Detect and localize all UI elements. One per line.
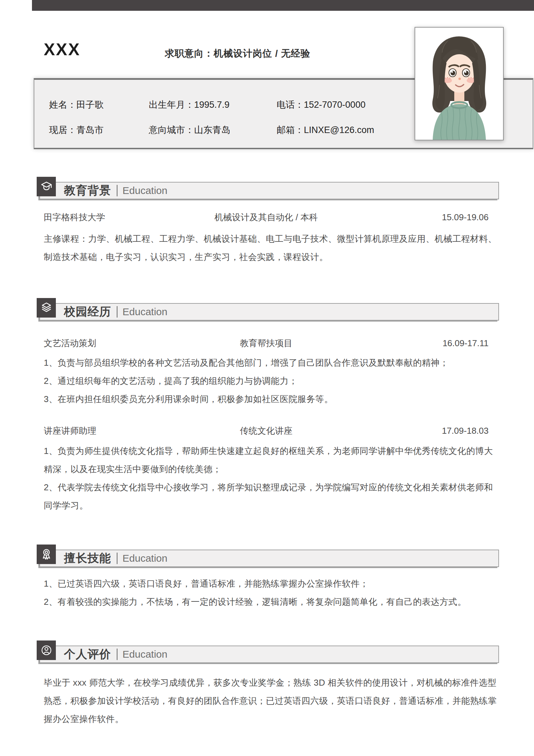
education-period: 15.09-19.06 — [354, 208, 489, 226]
section-header-campus: 校园经历Education — [37, 298, 499, 324]
section-subtitle: Education — [122, 185, 167, 196]
info-field-residence: 现居：青岛市 — [49, 124, 149, 136]
job-intent: 求职意向：机械设计岗位 / 无经验 — [165, 47, 310, 60]
top-accent-bar — [32, 0, 534, 11]
skill-line: 2、有着较强的实操能力，不怯场，有一定的设计经验，逻辑清晰，将复杂问题简单化，有… — [44, 593, 497, 611]
section-bar: 个人评价Education — [39, 646, 499, 663]
info-field-name: 姓名：田子歌 — [49, 99, 149, 111]
bullet-line: 1、负责为师生提供传统文化指导，帮助师生快速建立起良好的枢纽关系，为老师同学讲解… — [44, 442, 497, 478]
info-value: 152-7070-0000 — [304, 100, 365, 110]
info-label: 邮箱： — [277, 125, 304, 135]
info-label: 姓名： — [49, 100, 76, 110]
campus-entry-bullets: 1、负责与部员组织学校的各种文艺活动及配合其他部门，增强了自己团队合作意识及默默… — [44, 354, 497, 408]
info-label: 现居： — [49, 125, 76, 135]
info-value: 田子歌 — [76, 100, 104, 110]
school-name: 田字格科技大学 — [44, 208, 179, 226]
courses-paragraph: 主修课程：力学、机械工程、工程力学、机械设计基础、电工与电子技术、微型计算机原理… — [44, 230, 497, 266]
entry-period: 16.09-17.11 — [354, 334, 489, 352]
role-name: 文艺活动策划 — [44, 334, 179, 352]
bullet-line: 2、代表学院去传统文化指导中心接收学习，将所学知识整理成记录，为学院编写对应的传… — [44, 478, 497, 515]
layers-icon — [37, 298, 56, 318]
org-name: 传统文化讲座 — [179, 422, 354, 440]
title-divider — [117, 649, 117, 660]
bullet-line: 2、通过组织每年的文艺活动，提高了我的组织能力与协调能力； — [44, 372, 497, 390]
section-bar: 教育背景Education — [39, 182, 499, 199]
section-title: 教育背景 — [64, 183, 111, 198]
title-divider — [117, 185, 117, 196]
campus-entry-row: 讲座讲师助理 传统文化讲座 17.09-18.03 — [44, 422, 489, 440]
info-label: 意向城市： — [149, 125, 194, 135]
section-subtitle: Education — [122, 553, 167, 564]
skill-line: 1、已过英语四六级，英语口语良好，普通话标准，并能熟练掌握办公室操作软件； — [44, 574, 497, 593]
info-value: LINXE@126.com — [304, 125, 374, 135]
section-bar: 校园经历Education — [39, 303, 499, 321]
medal-icon — [37, 545, 56, 564]
candidate-name: XXX — [44, 40, 80, 59]
bullet-line: 1、负责与部员组织学校的各种文艺活动及配合其他部门，增强了自己团队合作意识及默默… — [44, 354, 497, 372]
profile-photo — [415, 27, 504, 140]
section-title: 擅长技能 — [64, 551, 111, 566]
title-divider — [117, 306, 117, 318]
section-header-education: 教育背景Education — [37, 177, 499, 202]
graduation-cap-icon — [37, 177, 56, 196]
major-degree: 机械设计及其自动化 / 本科 — [179, 208, 354, 226]
skills-list: 1、已过英语四六级，英语口语良好，普通话标准，并能熟练掌握办公室操作软件； 2、… — [44, 574, 497, 611]
bullet-line: 3、在班内担任组织委员充分利用课余时间，积极参加如社区医院服务等。 — [44, 390, 497, 408]
title-divider — [117, 553, 117, 564]
section-subtitle: Education — [122, 306, 167, 318]
campus-entry-bullets: 1、负责为师生提供传统文化指导，帮助师生快速建立起良好的枢纽关系，为老师同学讲解… — [44, 442, 497, 515]
org-name: 教育帮扶项目 — [179, 334, 354, 352]
person-icon — [37, 640, 56, 660]
entry-period: 17.09-18.03 — [354, 422, 489, 440]
education-entry-row: 田字格科技大学 机械设计及其自动化 / 本科 15.09-19.06 — [44, 208, 489, 226]
section-bar: 擅长技能Education — [39, 550, 499, 567]
section-title: 个人评价 — [64, 647, 111, 662]
section-header-skills: 擅长技能Education — [37, 545, 499, 570]
info-field-birth: 出生年月：1995.7.9 — [149, 99, 277, 111]
role-name: 讲座讲师助理 — [44, 422, 179, 440]
evaluation-paragraph: 毕业于 xxx 师范大学，在校学习成绩优异，获多次专业奖学金；熟练 3D 相关软… — [44, 673, 497, 728]
info-value: 山东青岛 — [194, 125, 230, 135]
info-value: 1995.7.9 — [194, 100, 229, 110]
info-value: 青岛市 — [76, 125, 104, 135]
info-label: 出生年月： — [149, 100, 194, 110]
resume-page: { "header": { "name": "XXX", "intent": "… — [0, 0, 534, 756]
section-header-evaluation: 个人评价Education — [37, 640, 499, 666]
campus-entry-row: 文艺活动策划 教育帮扶项目 16.09-17.11 — [44, 334, 489, 352]
info-field-target-city: 意向城市：山东青岛 — [149, 124, 277, 136]
section-title: 校园经历 — [64, 304, 111, 320]
portrait-illustration — [415, 28, 503, 140]
info-label: 电话： — [277, 100, 304, 110]
section-subtitle: Education — [122, 649, 167, 660]
